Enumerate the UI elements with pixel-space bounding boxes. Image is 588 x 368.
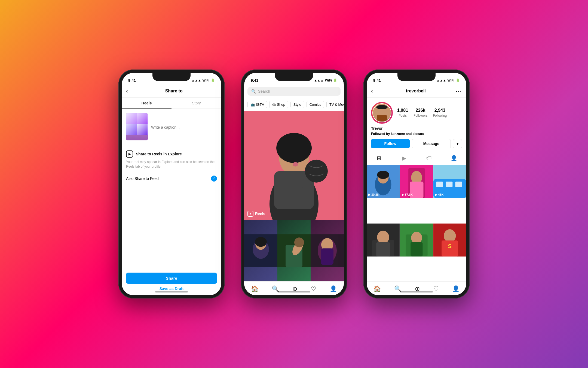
phone-2-time: 9:41: [251, 78, 258, 83]
reels-icon: ▶: [126, 150, 133, 158]
follow-button[interactable]: Follow: [371, 139, 410, 148]
tab-reels[interactable]: Reels: [122, 98, 171, 108]
svg-rect-37: [455, 182, 462, 187]
save-draft-button[interactable]: Save as Draft: [126, 286, 217, 291]
wifi-icon: WiFi: [203, 79, 209, 82]
search-bar-row: 🔍 Search: [244, 85, 344, 98]
followers-count: 226k: [414, 108, 427, 113]
grid-2-views: ▶37.3K: [402, 193, 413, 197]
svg-point-6: [305, 160, 328, 183]
battery-icon: 🔋: [456, 79, 460, 82]
profile-avatar: [371, 102, 393, 124]
shop-icon: 🛍: [272, 102, 276, 107]
svg-rect-24: [377, 115, 387, 121]
grid-thumb-4[interactable]: [367, 224, 400, 257]
phone-2-notch: [275, 73, 313, 81]
and-text: and: [405, 132, 413, 136]
reels-badge-text: Reels: [255, 212, 265, 216]
svg-rect-19: [321, 249, 333, 265]
followers-label: Followers: [414, 114, 427, 117]
share-to-title: Share to: [131, 89, 217, 93]
svg-point-40: [377, 231, 389, 244]
phone-3-notch: [397, 73, 436, 81]
reels-label: ▶ Reels: [247, 211, 265, 217]
share-button[interactable]: Share: [126, 273, 217, 284]
reels-video-area[interactable]: ▶ Reels: [244, 111, 344, 281]
stat-following: 2,943 Following: [433, 108, 447, 118]
tab-tagged[interactable]: 👤: [442, 152, 467, 165]
profile-name: Trevor: [371, 126, 383, 131]
posts-count: 1,081: [397, 108, 408, 113]
profile-nav-icon-3[interactable]: 👤: [450, 284, 462, 294]
reel-thumb-3-svg: [311, 220, 344, 281]
phone-3-bottom-nav: 🏠 🔍 ⊕ ♡ 👤: [367, 281, 466, 295]
caption-input[interactable]: [151, 113, 217, 140]
grid-3-views: ▶45K: [435, 193, 443, 197]
reel-thumb-1[interactable]: [244, 220, 277, 281]
following-label: Following: [433, 114, 447, 117]
svg-point-28: [377, 171, 389, 179]
search-placeholder: Search: [258, 89, 270, 93]
category-shop[interactable]: 🛍 Shop: [269, 101, 288, 108]
tab-grid[interactable]: ⊞: [367, 152, 392, 165]
explore-description: Your reel may appear in Explore and can …: [126, 160, 217, 169]
face-2: [137, 113, 148, 124]
home-nav-icon-3[interactable]: 🏠: [371, 284, 383, 294]
face-1: [126, 113, 137, 124]
grid-thumb-6[interactable]: S: [433, 224, 466, 257]
caption-row: Cover: [126, 113, 217, 140]
profile-name-row: Trevor: [367, 126, 466, 132]
battery-icon: 🔋: [333, 79, 337, 82]
category-style[interactable]: Style: [290, 101, 304, 108]
dropdown-button[interactable]: ▾: [453, 139, 462, 148]
tab-story[interactable]: Story: [171, 98, 221, 108]
category-tv-movie[interactable]: TV & Movie: [326, 101, 344, 108]
phone-1-time: 9:41: [128, 78, 136, 83]
svg-rect-23: [378, 105, 386, 109]
grid-thumb-2[interactable]: ▶37.3K: [400, 165, 433, 198]
tab-shopping[interactable]: 🏷: [416, 152, 442, 165]
grid-thumb-1[interactable]: ▶30.2K: [367, 165, 400, 198]
reel-thumb-2[interactable]: [277, 220, 311, 281]
face-3: [126, 124, 137, 135]
signal-icon: ▲▲▲: [191, 79, 201, 82]
profile-nav-icon[interactable]: 👤: [327, 284, 339, 294]
search-bar[interactable]: 🔍 Search: [247, 87, 341, 96]
back-button[interactable]: ‹: [126, 88, 128, 95]
grid-thumb-5[interactable]: [400, 224, 433, 257]
phone-1-notch: [152, 73, 191, 81]
category-igtv[interactable]: 📺 IGTV: [247, 101, 267, 108]
profile-username: trevorbell: [406, 89, 426, 93]
profile-back-button[interactable]: ‹: [371, 88, 373, 95]
phone-1-status-icons: ▲▲▲ WiFi 🔋: [191, 79, 215, 82]
reel-thumb-3[interactable]: [311, 220, 344, 281]
tab-reels-profile[interactable]: ▶: [392, 152, 417, 165]
grid-3-view-count: 45K: [438, 193, 443, 196]
posts-label: Posts: [399, 114, 407, 117]
grid-thumb-3[interactable]: ▶45K: [433, 165, 466, 198]
reels-badge-icon: ▶: [247, 211, 253, 217]
share-to-explore-section: ▶ Share to Reels in Explore Your reel ma…: [126, 146, 217, 188]
message-button[interactable]: Message: [412, 139, 451, 148]
svg-point-3: [276, 133, 312, 163]
follower-1[interactable]: kenzoere: [391, 132, 405, 136]
profile-menu-button[interactable]: ···: [456, 88, 462, 94]
phone-3-content: ‹ trevorbell ···: [367, 85, 466, 295]
phone-2-bottom-nav: 🏠 🔍 ⊕ ♡ 👤: [244, 281, 344, 295]
follower-2[interactable]: eloears: [413, 132, 424, 136]
profile-info-row: 1,081 Posts 226k Followers 2,943 Followi…: [367, 98, 466, 126]
phone-2-home-indicator: [278, 291, 310, 292]
svg-point-11: [255, 237, 267, 247]
also-share-checkbox[interactable]: ✓: [211, 176, 217, 182]
reel-background-svg: [244, 111, 344, 220]
reel-thumb-1-svg: [244, 220, 277, 281]
also-share-row: Also Share to Feed ✓: [126, 173, 217, 184]
category-comics[interactable]: Comics: [307, 101, 324, 108]
reels-grid: [244, 220, 344, 281]
cover-thumbnail[interactable]: Cover: [126, 113, 148, 140]
grid-5-svg: [400, 224, 433, 257]
svg-rect-45: [411, 242, 422, 256]
home-nav-icon[interactable]: 🏠: [249, 284, 261, 294]
reels-main-video: ▶ Reels: [244, 111, 344, 220]
grid-4-svg: [367, 224, 400, 257]
